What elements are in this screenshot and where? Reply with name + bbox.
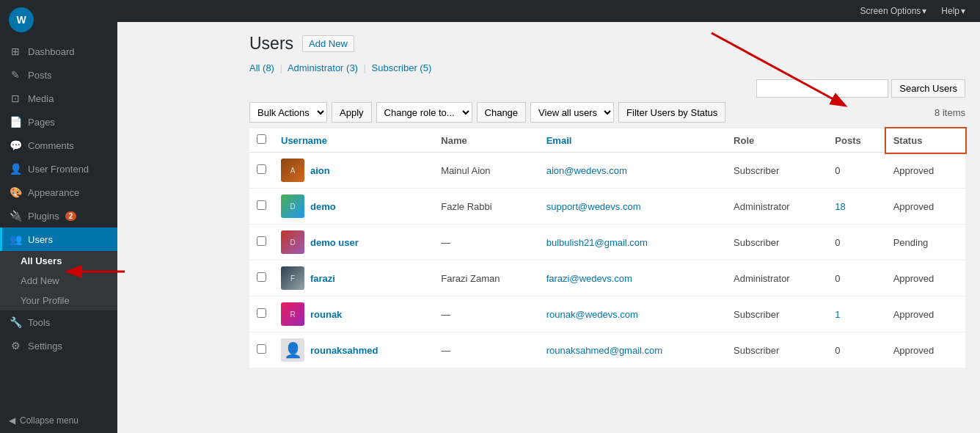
- posts-count[interactable]: 18: [835, 201, 845, 212]
- username-link[interactable]: rounak: [310, 309, 342, 320]
- screen-options-label: Screen Options: [860, 6, 921, 16]
- add-new-button[interactable]: Add New: [302, 35, 354, 52]
- screen-options-dropdown[interactable]: Screen Options ▾: [855, 3, 933, 19]
- row-checkbox[interactable]: [257, 236, 266, 246]
- username-cell: A aion: [281, 159, 426, 182]
- username-cell: R rounak: [281, 302, 426, 326]
- sidebar-item-label: Appearance: [28, 187, 79, 198]
- users-submenu: All Users Add New Your Profile: [0, 251, 117, 310]
- items-count: 8 items: [935, 107, 965, 118]
- sidebar-item-label: Tools: [28, 317, 50, 328]
- submenu-your-profile[interactable]: Your Profile: [0, 291, 117, 310]
- status-cell: Approved: [886, 261, 965, 296]
- posts-cell: 0: [827, 261, 885, 296]
- help-label: Help: [941, 6, 959, 16]
- username-link[interactable]: rounaksahmed: [310, 345, 378, 356]
- screen-options-chevron-icon: ▾: [922, 6, 926, 16]
- plugins-badge: 2: [65, 211, 77, 221]
- email-link[interactable]: rounaksahmed@gmail.com: [546, 345, 662, 356]
- email-link[interactable]: aion@wedevs.com: [546, 165, 627, 176]
- filter-subscriber[interactable]: Subscriber (5): [372, 62, 432, 73]
- avatar: F: [281, 266, 304, 290]
- sidebar-item-appearance[interactable]: 🎨 Appearance: [0, 181, 117, 204]
- sidebar-item-pages[interactable]: 📄 Pages: [0, 110, 117, 134]
- submenu-add-new[interactable]: Add New: [0, 271, 117, 291]
- sidebar-item-posts[interactable]: ✎ Posts: [0, 63, 117, 87]
- username-link[interactable]: farazi: [310, 273, 335, 284]
- sidebar-item-tools[interactable]: 🔧 Tools: [0, 310, 117, 334]
- sidebar-item-settings[interactable]: ⚙ Settings: [0, 334, 117, 357]
- filter-status-button[interactable]: Filter Users by Status: [618, 102, 725, 123]
- row-checkbox[interactable]: [257, 200, 266, 210]
- col-posts: Posts: [827, 128, 885, 153]
- posts-count[interactable]: 1: [835, 309, 840, 320]
- sidebar-item-label: Users: [28, 234, 53, 245]
- status-cell: Approved: [886, 296, 965, 332]
- username-link[interactable]: demo: [310, 201, 336, 212]
- col-username[interactable]: Username: [274, 128, 434, 153]
- sidebar-item-user-frontend[interactable]: 👤 User Frontend: [0, 157, 117, 181]
- row-checkbox[interactable]: [257, 272, 266, 282]
- sidebar-item-label: Plugins: [28, 211, 59, 222]
- role-cell: Administrator: [726, 261, 827, 296]
- plugins-icon: 🔌: [9, 210, 22, 222]
- main-content: Users Add New All (8) | Administrator (3…: [235, 22, 980, 433]
- comments-icon: 💬: [9, 139, 22, 151]
- col-email[interactable]: Email: [539, 128, 726, 153]
- email-link[interactable]: support@wedevs.com: [546, 201, 641, 212]
- tools-icon: 🔧: [9, 316, 22, 328]
- username-cell: F farazi: [281, 266, 426, 290]
- change-role-select[interactable]: Change role to...: [377, 103, 472, 122]
- view-all-select[interactable]: View all users: [531, 103, 613, 122]
- actions-row: Bulk Actions Apply Change role to... Cha…: [249, 102, 965, 123]
- collapse-arrow-icon: ◀: [9, 415, 15, 426]
- posts-count: 0: [835, 345, 840, 356]
- posts-cell: 1: [827, 296, 885, 332]
- search-row: Search Users: [249, 79, 965, 98]
- status-cell: Approved: [886, 332, 965, 368]
- search-input[interactable]: [756, 79, 888, 98]
- username-link[interactable]: aion: [310, 165, 330, 176]
- sidebar-item-media[interactable]: ⊡ Media: [0, 87, 117, 110]
- submenu-label: Your Profile: [21, 295, 70, 306]
- select-all-checkbox[interactable]: [257, 134, 266, 144]
- role-cell: Subscriber: [726, 296, 827, 332]
- help-dropdown[interactable]: Help ▾: [935, 3, 971, 19]
- avatar: D: [281, 194, 304, 218]
- apply-button[interactable]: Apply: [332, 102, 372, 123]
- avatar: 👤: [281, 338, 304, 362]
- name-cell: —: [434, 296, 538, 332]
- row-checkbox[interactable]: [257, 344, 266, 354]
- bulk-actions-select[interactable]: Bulk Actions: [250, 103, 326, 122]
- row-checkbox[interactable]: [257, 164, 266, 174]
- collapse-label: Collapse menu: [20, 415, 78, 426]
- username-link[interactable]: demo user: [310, 237, 359, 248]
- filter-all[interactable]: All (8): [249, 62, 274, 73]
- submenu-all-users[interactable]: All Users: [0, 251, 117, 271]
- table-row: D demo user — bulbulish21@gmail.com Subs…: [249, 225, 965, 261]
- email-link[interactable]: rounak@wedevs.com: [546, 309, 638, 320]
- sidebar-item-label: User Frontend: [28, 164, 89, 175]
- sidebar-item-label: Pages: [28, 117, 55, 128]
- table-row: D demo Fazle Rabbi support@wedevs.com Ad…: [249, 189, 965, 225]
- collapse-menu[interactable]: ◀ Collapse menu: [0, 408, 117, 433]
- row-checkbox[interactable]: [257, 308, 266, 318]
- sidebar-item-comments[interactable]: 💬 Comments: [0, 134, 117, 157]
- email-link[interactable]: bulbulish21@gmail.com: [546, 237, 648, 248]
- name-cell: Farazi Zaman: [434, 261, 538, 296]
- search-users-button[interactable]: Search Users: [891, 79, 965, 98]
- filter-administrator[interactable]: Administrator (3): [288, 62, 358, 73]
- change-role-wrap: Change role to...: [376, 102, 472, 123]
- email-link[interactable]: farazi@wedevs.com: [546, 273, 632, 284]
- pages-icon: 📄: [9, 116, 22, 128]
- wp-logo-icon: W: [9, 7, 34, 32]
- sidebar-item-dashboard[interactable]: ⊞ Dashboard: [0, 40, 117, 63]
- posts-icon: ✎: [9, 69, 22, 81]
- change-button[interactable]: Change: [477, 102, 527, 123]
- appearance-icon: 🎨: [9, 186, 22, 198]
- sidebar-item-plugins[interactable]: 🔌 Plugins 2: [0, 204, 117, 228]
- sidebar-item-users[interactable]: 👥 Users: [0, 228, 117, 251]
- col-role: Role: [726, 128, 827, 153]
- table-row: 👤 rounaksahmed — rounaksahmed@gmail.com …: [249, 332, 965, 368]
- page-title: Users: [249, 34, 293, 54]
